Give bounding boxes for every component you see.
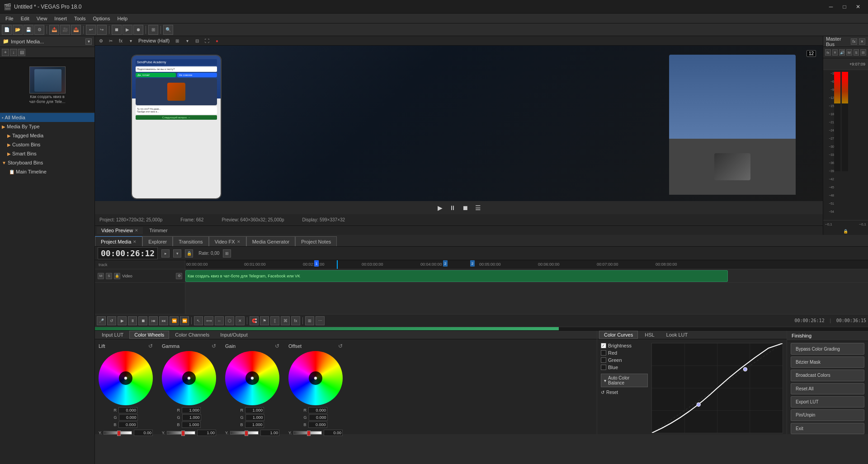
offset-r-input[interactable]	[308, 407, 327, 413]
tl-next-btn[interactable]: ⏭	[159, 316, 168, 325]
red-checkbox[interactable]	[601, 350, 606, 356]
zoom-in-button[interactable]: 🔍	[163, 25, 173, 35]
gamma-b-input[interactable]	[182, 422, 201, 428]
tl-options-btn[interactable]: ⋯	[316, 316, 325, 325]
blue-checkbox[interactable]	[601, 365, 606, 370]
master-vol-icon[interactable]: 🔊	[839, 49, 845, 56]
master-split-icon[interactable]: ⊟	[860, 49, 866, 56]
offset-wheel-dot[interactable]	[314, 376, 317, 380]
gamma-wheel[interactable]	[162, 351, 216, 405]
menu-insert[interactable]: Insert	[51, 15, 71, 22]
color-tab-input-lut[interactable]: Input LUT	[97, 331, 128, 339]
tab-project-notes[interactable]: Project Notes	[295, 236, 337, 246]
save-button[interactable]: 💾	[24, 25, 33, 35]
master-eq-icon[interactable]: ≡	[832, 49, 838, 56]
open-button[interactable]: 📂	[13, 25, 23, 35]
bypass-color-grading-btn[interactable]: Bypass Color Grading	[791, 343, 864, 354]
timeline-expand-btn[interactable]: ▸	[161, 249, 170, 258]
gain-wheel-dot[interactable]	[250, 376, 254, 380]
preview-pause-button[interactable]: ⏸	[448, 203, 457, 212]
color-tab-color-wheels[interactable]: Color Wheels	[129, 331, 169, 339]
marker-flag-1[interactable]: 1	[314, 260, 319, 267]
lift-r-input[interactable]	[118, 407, 137, 413]
preview-dropdown2-icon[interactable]: ▾	[183, 37, 191, 45]
gamma-wheel-container[interactable]	[162, 351, 216, 405]
gamma-y-slider[interactable]	[167, 431, 195, 435]
tl-envelope-btn[interactable]: ⬡	[225, 316, 234, 325]
tl-marker-btn[interactable]: ⚑	[260, 316, 269, 325]
media-import-btn[interactable]: ↓	[10, 49, 17, 56]
pin-unpin-btn[interactable]: Pin/Unpin	[791, 409, 864, 421]
lift-wheel[interactable]	[99, 351, 153, 405]
minimize-button[interactable]: ─	[825, 2, 837, 11]
lift-b-input[interactable]	[118, 422, 137, 428]
tl-ff-slow-btn[interactable]: ⏩	[180, 316, 189, 325]
offset-reset-btn[interactable]: ↺	[338, 343, 343, 349]
lift-reset-btn[interactable]: ↺	[148, 343, 153, 349]
tl-stop-btn[interactable]: ⏹	[138, 316, 147, 325]
media-new-btn[interactable]: +	[2, 49, 9, 56]
tree-item-tagged-media[interactable]: ▶ Tagged Media	[0, 131, 94, 140]
menu-help[interactable]: Help	[113, 15, 131, 22]
tl-mic-btn[interactable]: 🎤	[97, 316, 106, 325]
lift-y-input[interactable]	[134, 430, 153, 436]
tl-region-btn[interactable]: ⟦	[270, 316, 279, 325]
preview-fx-icon[interactable]: fx	[117, 37, 125, 45]
preview-play-button[interactable]: ▶	[435, 203, 444, 212]
timeline-ruler[interactable]: 00:00:00:00 00:01:00:00 00:02:00:00 00:0…	[185, 260, 868, 269]
stop-button[interactable]: ⏹	[112, 25, 122, 35]
settings-button[interactable]: ⚙	[34, 25, 44, 35]
tab-look-lut[interactable]: Look LUT	[661, 331, 693, 339]
master-bus-close-btn[interactable]: ✕	[859, 38, 865, 45]
tree-item-smart-bins[interactable]: ▶ Smart Bins	[0, 149, 94, 158]
tree-item-all-media[interactable]: ▪ All Media	[0, 113, 94, 122]
tree-item-media-by-type[interactable]: ▶ Media By Type	[0, 122, 94, 131]
tab-explorer[interactable]: Explorer	[142, 236, 173, 246]
redo-button[interactable]: ↪	[97, 25, 107, 35]
tl-erase-btn[interactable]: ✕	[236, 316, 245, 325]
auto-color-balance-btn[interactable]: ▾ Auto Color Balance	[601, 374, 648, 387]
offset-wheel-container[interactable]	[288, 351, 343, 405]
menu-tools[interactable]: Tools	[71, 15, 90, 22]
menu-view[interactable]: View	[33, 15, 51, 22]
tab-video-fx-close[interactable]: ✕	[237, 239, 241, 244]
media-view-btn[interactable]: ▤	[18, 49, 25, 56]
timeline-clip[interactable]: Как создать квиз в чат-боте для Telegram…	[185, 270, 728, 282]
marker-flag-3[interactable]: 2	[470, 260, 475, 267]
lift-wheel-container[interactable]	[99, 351, 153, 405]
offset-y-slider[interactable]	[293, 431, 322, 435]
tab-color-curves[interactable]: Color Curves	[599, 331, 638, 339]
lift-y-thumb[interactable]	[117, 431, 121, 436]
lift-y-slider[interactable]	[104, 431, 132, 435]
gain-b-input[interactable]	[245, 422, 264, 428]
timeline-rate-btn[interactable]: ⊞	[223, 249, 231, 258]
track-mute-btn[interactable]: M	[98, 273, 104, 279]
gain-g-input[interactable]	[245, 414, 264, 421]
tab-transitions[interactable]: Transitions	[173, 236, 208, 246]
brightness-checkbox[interactable]	[601, 343, 606, 348]
maximize-button[interactable]: □	[838, 2, 851, 11]
offset-wheel[interactable]	[288, 351, 343, 405]
tl-trim-btn[interactable]: ⟺	[204, 316, 213, 325]
color-tab-color-channels[interactable]: Color Channels	[170, 331, 214, 339]
tab-project-media[interactable]: Project Media ✕	[95, 236, 142, 246]
grid-button[interactable]: ⊞	[148, 25, 158, 35]
preview-stop-button[interactable]: ⏹	[461, 203, 470, 212]
lift-g-input[interactable]	[119, 414, 138, 421]
reset-btn[interactable]: ↺ Reset	[601, 389, 648, 396]
tab-project-media-close[interactable]: ✕	[133, 239, 137, 244]
tl-slip-btn[interactable]: ↔	[215, 316, 224, 325]
master-solo-icon[interactable]: S	[854, 49, 859, 56]
green-checkbox[interactable]	[601, 357, 606, 363]
tl-cursor-btn[interactable]: ↖	[194, 316, 203, 325]
tab-video-preview[interactable]: Video Preview ✕	[97, 227, 143, 234]
menu-file[interactable]: File	[2, 15, 17, 22]
menu-edit[interactable]: Edit	[17, 15, 33, 22]
preview-dropdown-icon[interactable]: ▾	[127, 37, 135, 45]
tab-trimmer[interactable]: Trimmer	[145, 227, 172, 234]
new-button[interactable]: 📄	[2, 25, 12, 35]
preview-grid-icon[interactable]: ⊞	[173, 37, 181, 45]
preview-settings-icon[interactable]: ⚙	[97, 37, 105, 45]
media-settings-btn[interactable]: ▾	[85, 38, 92, 45]
tl-loop-btn[interactable]: ↺	[107, 316, 116, 325]
